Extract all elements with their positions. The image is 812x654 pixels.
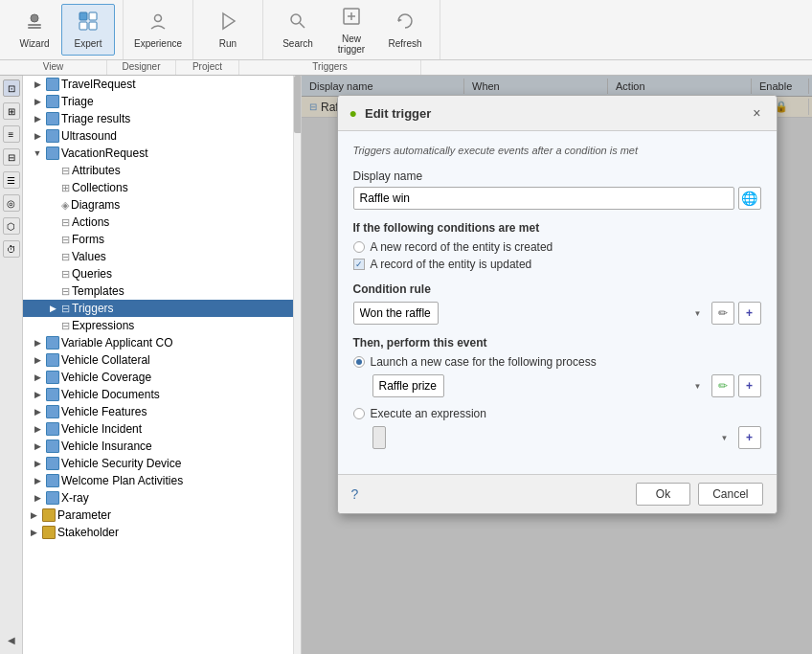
tree-item-forms[interactable]: ▶ ⊟ Forms bbox=[23, 231, 301, 248]
tree-item-expressions[interactable]: ▶ ⊟ Expressions bbox=[23, 317, 301, 334]
launch-radio[interactable] bbox=[353, 356, 365, 368]
expand-icon[interactable]: ▶ bbox=[31, 112, 44, 125]
new-trigger-button[interactable]: New trigger bbox=[325, 4, 378, 56]
tree-item-queries[interactable]: ▶ ⊟ Queries bbox=[23, 265, 301, 282]
tree-item-attributes[interactable]: ▶ ⊟ Attributes bbox=[23, 162, 301, 179]
condition-update-label: A record of the entity is updated bbox=[371, 258, 532, 271]
modal-close-button[interactable]: × bbox=[749, 103, 764, 123]
help-icon[interactable]: ? bbox=[351, 486, 359, 502]
wizard-label: Wizard bbox=[19, 38, 49, 49]
tree-item-vehicle-incident[interactable]: ▶ Vehicle Incident bbox=[23, 420, 301, 438]
expand-icon[interactable]: ▶ bbox=[31, 491, 44, 505]
expand-icon[interactable]: ▶ bbox=[31, 95, 44, 108]
modal-header: ● Edit trigger × bbox=[338, 96, 777, 131]
process-add-button[interactable]: + bbox=[738, 374, 761, 397]
launch-label: Launch a new case for the following proc… bbox=[371, 355, 597, 369]
designer-section-label: Designer bbox=[107, 60, 176, 75]
toolbar-section-view: Wizard Expert bbox=[0, 0, 124, 59]
tree-item-vehicle-insurance[interactable]: ▶ Vehicle Insurance bbox=[23, 438, 301, 455]
variable-applicant-label: Variable Applicant CO bbox=[61, 336, 173, 350]
run-button[interactable]: Run bbox=[201, 4, 255, 56]
tree-item-vehicle-features[interactable]: ▶ Vehicle Features bbox=[23, 403, 301, 420]
sidebar-collapse[interactable]: ◀ bbox=[8, 633, 15, 646]
expand-icon[interactable]: ▶ bbox=[31, 371, 44, 384]
sidebar-tree: ▶ TravelRequest ▶ Triage ▶ Triage result… bbox=[23, 76, 301, 654]
scrollbar-track bbox=[293, 76, 301, 654]
tree-item-collections[interactable]: ▶ ⊞ Collections bbox=[23, 179, 301, 196]
tree-item-x-ray[interactable]: ▶ X-ray bbox=[23, 489, 301, 507]
sidebar-nav-grid[interactable]: ⊞ bbox=[3, 102, 20, 120]
sidebar-nav-shield[interactable]: ⬡ bbox=[3, 217, 20, 235]
expression-select[interactable] bbox=[372, 426, 386, 449]
scrollbar-thumb[interactable] bbox=[294, 76, 301, 133]
tree-item-vehicle-documents[interactable]: ▶ Vehicle Documents bbox=[23, 386, 301, 403]
sidebar-nav-globe[interactable]: ◎ bbox=[3, 194, 20, 212]
refresh-button[interactable]: Refresh bbox=[378, 4, 432, 56]
expand-icon[interactable]: ▶ bbox=[31, 405, 44, 418]
condition-update-checkbox[interactable]: ✓ bbox=[353, 259, 365, 270]
svg-marker-8 bbox=[223, 13, 235, 29]
sidebar-nav-select[interactable]: ⊡ bbox=[3, 79, 20, 97]
tree-item-vehicle-collateral[interactable]: ▶ Vehicle Collateral bbox=[23, 351, 301, 369]
tree-item-triggers[interactable]: ▶ ⊟ Triggers bbox=[23, 300, 301, 317]
stakeholder-label: Stakeholder bbox=[57, 526, 119, 539]
search-label: Search bbox=[282, 38, 313, 49]
right-content: Display name When Action Enable ⊟ Raffle… bbox=[302, 76, 812, 654]
sidebar-nav-clock[interactable]: ⏱ bbox=[3, 240, 20, 258]
tree-item-stakeholder[interactable]: ▶ Stakeholder bbox=[23, 524, 301, 541]
expand-icon[interactable]: ▶ bbox=[27, 526, 40, 539]
tree-item-diagrams[interactable]: ▶ ◈ Diagrams bbox=[23, 196, 301, 214]
refresh-icon bbox=[395, 11, 416, 36]
condition-rule-edit-button[interactable]: ✏ bbox=[711, 302, 734, 325]
expand-icon[interactable]: ▶ bbox=[27, 508, 40, 522]
condition-rule-select[interactable]: Won the raffle bbox=[353, 302, 439, 325]
tree-item-vacation-request[interactable]: ▼ VacationRequest bbox=[23, 145, 301, 162]
sidebar-nav-layout[interactable]: ⊟ bbox=[3, 148, 20, 166]
toolbar: Wizard Expert Experience Run bbox=[0, 0, 812, 60]
tree-item-vehicle-coverage[interactable]: ▶ Vehicle Coverage bbox=[23, 369, 301, 386]
tree-item-vehicle-security-device[interactable]: ▶ Vehicle Security Device bbox=[23, 455, 301, 472]
tree-item-welcome-plan[interactable]: ▶ Welcome Plan Activities bbox=[23, 472, 301, 489]
expand-icon[interactable]: ▶ bbox=[31, 353, 44, 367]
experience-button[interactable]: Experience bbox=[131, 4, 185, 56]
tree-item-triage-results[interactable]: ▶ Triage results bbox=[23, 110, 301, 127]
expand-icon[interactable]: ▶ bbox=[31, 440, 44, 453]
process-edit-button[interactable]: ✏ bbox=[711, 374, 734, 397]
process-select[interactable]: Raffle prize bbox=[372, 374, 444, 397]
tree-item-templates[interactable]: ▶ ⊟ Templates bbox=[23, 282, 301, 300]
expression-add-button[interactable]: + bbox=[738, 426, 761, 449]
globe-button[interactable]: 🌐 bbox=[738, 187, 761, 210]
tree-item-travel-request[interactable]: ▶ TravelRequest bbox=[23, 76, 301, 93]
execute-radio[interactable] bbox=[353, 408, 365, 419]
sidebar-nav-tree[interactable]: ≡ bbox=[3, 125, 20, 143]
tree-item-values[interactable]: ▶ ⊟ Values bbox=[23, 248, 301, 265]
expand-icon[interactable]: ▶ bbox=[31, 457, 44, 470]
svg-rect-1 bbox=[28, 24, 41, 26]
display-name-input[interactable] bbox=[353, 187, 734, 210]
tree-item-ultrasound[interactable]: ▶ Ultrasound bbox=[23, 127, 301, 145]
expand-icon[interactable]: ▶ bbox=[31, 336, 44, 350]
tree-item-parameter[interactable]: ▶ Parameter bbox=[23, 507, 301, 524]
ok-button[interactable]: Ok bbox=[636, 483, 690, 506]
condition-rule-add-button[interactable]: + bbox=[738, 302, 761, 325]
wizard-button[interactable]: Wizard bbox=[8, 4, 61, 56]
experience-label: Experience bbox=[134, 38, 182, 49]
tree-item-triage[interactable]: ▶ Triage bbox=[23, 93, 301, 110]
expand-icon[interactable]: ▶ bbox=[31, 474, 44, 487]
expand-icon[interactable]: ▼ bbox=[31, 147, 44, 160]
tree-item-actions[interactable]: ▶ ⊟ Actions bbox=[23, 214, 301, 231]
triage-results-label: Triage results bbox=[61, 112, 130, 125]
triggers-label: Triggers bbox=[72, 302, 114, 315]
footer-buttons: Ok Cancel bbox=[636, 483, 763, 506]
cancel-button[interactable]: Cancel bbox=[698, 483, 762, 506]
expand-icon[interactable]: ▶ bbox=[31, 78, 44, 91]
expert-button[interactable]: Expert bbox=[61, 4, 115, 56]
expand-icon[interactable]: ▶ bbox=[31, 129, 44, 143]
tree-item-variable-applicant[interactable]: ▶ Variable Applicant CO bbox=[23, 334, 301, 351]
expand-icon[interactable]: ▶ bbox=[31, 388, 44, 401]
diagrams-label: Diagrams bbox=[71, 198, 120, 212]
condition-create-radio[interactable] bbox=[353, 241, 365, 253]
sidebar-nav-lines[interactable]: ☰ bbox=[3, 171, 20, 189]
expand-icon[interactable]: ▶ bbox=[31, 422, 44, 436]
search-button[interactable]: Search bbox=[271, 4, 325, 56]
